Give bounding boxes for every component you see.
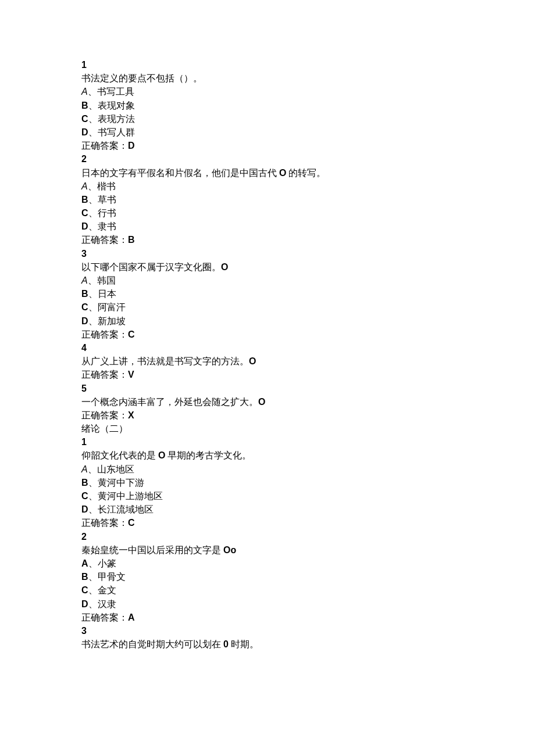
option-text: 表现方法	[98, 114, 135, 124]
option-sep: 、	[88, 599, 98, 609]
question-stem: 书法艺术的自觉时期大约可以划在 0 时期。	[81, 637, 535, 651]
question-stem: 书法定义的要点不包括（）。	[81, 71, 535, 85]
option-text: 小篆	[98, 558, 116, 568]
answer-line: 正确答案：X	[81, 409, 535, 422]
question-option: D、隶书	[81, 220, 535, 233]
question-number: 1	[81, 58, 535, 71]
question-stem: 日本的文字有平假名和片假名，他们是中国古代 O 的转写。	[81, 166, 535, 180]
option-letter: C	[81, 491, 88, 501]
stem-blank: O	[221, 262, 228, 272]
stem-post: 早期的考古学文化。	[165, 450, 251, 460]
stem-blank: Oo	[223, 545, 236, 555]
question-stem: 以下哪个国家不属于汉字文化圈。O	[81, 260, 535, 274]
answer-value: D	[128, 141, 135, 151]
answer-value: B	[128, 235, 135, 245]
option-letter: D	[81, 127, 88, 137]
option-text: 金文	[98, 585, 116, 595]
question-number: 3	[81, 624, 535, 637]
option-sep: 、	[88, 101, 98, 110]
question-option: D、汉隶	[81, 597, 535, 611]
answer-value: C	[128, 329, 135, 339]
answer-value: V	[128, 370, 134, 379]
option-sep: 、	[88, 114, 98, 124]
question-option: C、黄河中上游地区	[81, 489, 535, 503]
answer-line: 正确答案：C	[81, 328, 535, 341]
question-number: 1	[81, 435, 535, 449]
question-option: C、阿富汗	[81, 300, 535, 314]
stem-pre: 一个概念内涵丰富了，外延也会随之扩大。	[81, 397, 258, 407]
option-letter: B	[81, 195, 88, 205]
option-letter: D	[81, 599, 88, 609]
option-letter: D	[81, 504, 88, 514]
option-sep: 、	[88, 275, 97, 285]
option-text: 黄河中下游	[98, 478, 144, 488]
answer-line: 正确答案：A	[81, 611, 535, 624]
option-letter: B	[81, 289, 88, 299]
stem-post: 时期。	[229, 639, 259, 649]
answer-label: 正确答案：	[81, 612, 128, 622]
answer-line: 正确答案：C	[81, 516, 535, 529]
option-text: 书写人群	[98, 127, 135, 137]
option-letter: A	[81, 558, 88, 568]
question-option: B、日本	[81, 287, 535, 300]
option-letter: A	[81, 275, 88, 285]
option-letter: C	[81, 208, 88, 218]
option-text: 黄河中上游地区	[98, 491, 163, 501]
question-option: B、表现对象	[81, 99, 535, 112]
stem-blank: 0	[223, 639, 229, 649]
question-number: 2	[81, 152, 535, 166]
option-text: 隶书	[98, 221, 116, 231]
question-option: C、金文	[81, 583, 535, 597]
option-text: 长江流域地区	[98, 504, 154, 514]
answer-line: 正确答案：D	[81, 139, 535, 152]
option-sep: 、	[88, 181, 97, 191]
option-letter: D	[81, 316, 88, 326]
stem-pre: 从广义上讲，书法就是书写文字的方法。	[81, 356, 249, 366]
question-option: A、山东地区	[81, 463, 535, 476]
option-sep: 、	[88, 289, 98, 299]
answer-label: 正确答案：	[81, 329, 128, 339]
option-sep: 、	[88, 195, 98, 205]
question-option: D、长江流域地区	[81, 503, 535, 516]
option-letter: C	[81, 114, 88, 124]
question-number: 5	[81, 382, 535, 395]
option-text: 阿富汗	[98, 302, 126, 312]
answer-value: A	[128, 612, 135, 622]
question-option: B、甲骨文	[81, 570, 535, 583]
option-sep: 、	[88, 572, 98, 582]
question-option: C、表现方法	[81, 112, 535, 126]
question-option: A、楷书	[81, 180, 535, 193]
stem-pre: 书法艺术的自觉时期大约可以划在	[81, 639, 223, 649]
answer-value: C	[128, 518, 135, 528]
stem-pre: 秦始皇统一中国以后采用的文字是	[81, 545, 223, 555]
option-sep: 、	[88, 478, 98, 488]
option-sep: 、	[88, 221, 98, 231]
answer-label: 正确答案：	[81, 518, 128, 528]
question-number: 3	[81, 247, 535, 260]
option-text: 书写工具	[97, 87, 134, 96]
option-letter: B	[81, 478, 88, 488]
answer-value: X	[128, 410, 134, 420]
question-option: B、黄河中下游	[81, 476, 535, 489]
question-option: A、韩国	[81, 274, 535, 287]
question-stem: 从广义上讲，书法就是书写文字的方法。O	[81, 354, 535, 368]
question-option: D、书写人群	[81, 126, 535, 139]
option-letter: B	[81, 101, 88, 110]
option-sep: 、	[88, 316, 98, 326]
option-sep: 、	[88, 302, 98, 312]
stem-blank: O	[279, 168, 286, 178]
stem-blank: O	[158, 450, 165, 460]
section-header: 绪论（二）	[81, 422, 535, 435]
stem-blank: O	[258, 397, 265, 407]
option-text: 汉隶	[98, 599, 116, 609]
option-letter: A	[81, 181, 88, 191]
option-sep: 、	[88, 208, 98, 218]
option-sep: 、	[88, 491, 98, 501]
question-number: 4	[81, 341, 535, 354]
option-letter: A	[81, 87, 88, 96]
option-sep: 、	[88, 464, 97, 474]
answer-label: 正确答案：	[81, 235, 128, 245]
question-stem: 一个概念内涵丰富了，外延也会随之扩大。O	[81, 395, 535, 409]
option-sep: 、	[88, 504, 98, 514]
answer-line: 正确答案：V	[81, 368, 535, 381]
